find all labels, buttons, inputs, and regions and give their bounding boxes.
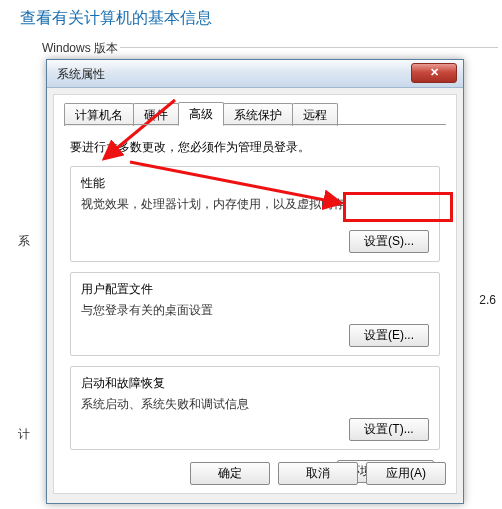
page-heading: 查看有关计算机的基本信息 <box>20 8 212 29</box>
admin-instruction: 要进行大多数更改，您必须作为管理员登录。 <box>70 139 440 156</box>
tab-underline <box>64 124 446 125</box>
close-button[interactable]: ✕ <box>411 63 457 83</box>
ok-button[interactable]: 确定 <box>190 462 270 485</box>
group-user-profiles-title: 用户配置文件 <box>81 281 429 298</box>
bg-version-fragment: 2.6 <box>479 293 496 307</box>
dialog-body: 计算机名 硬件 高级 系统保护 远程 要进行大多数更改，您必须作为管理员登录。 … <box>53 94 457 494</box>
divider <box>120 47 498 48</box>
group-startup-recovery-title: 启动和故障恢复 <box>81 375 429 392</box>
tab-remote[interactable]: 远程 <box>292 103 338 126</box>
group-performance-desc: 视觉效果，处理器计划，内存使用，以及虚拟内存 <box>81 196 429 213</box>
group-performance: 性能 视觉效果，处理器计划，内存使用，以及虚拟内存 设置(S)... <box>70 166 440 262</box>
user-profiles-settings-button[interactable]: 设置(E)... <box>349 324 429 347</box>
cancel-button[interactable]: 取消 <box>278 462 358 485</box>
apply-button[interactable]: 应用(A) <box>366 462 446 485</box>
close-icon: ✕ <box>430 66 439 78</box>
dialog-title: 系统属性 <box>57 67 105 81</box>
tab-content-advanced: 要进行大多数更改，您必须作为管理员登录。 性能 视觉效果，处理器计划，内存使用，… <box>64 125 446 489</box>
startup-recovery-settings-button[interactable]: 设置(T)... <box>349 418 429 441</box>
dialog-footer-buttons: 确定 取消 应用(A) <box>190 462 446 485</box>
group-performance-title: 性能 <box>81 175 429 192</box>
system-properties-dialog: 系统属性 ✕ 计算机名 硬件 高级 系统保护 远程 要进行大多数更改，您必须作为… <box>46 59 464 504</box>
group-user-profiles-desc: 与您登录有关的桌面设置 <box>81 302 429 319</box>
titlebar[interactable]: 系统属性 ✕ <box>47 60 463 88</box>
group-startup-recovery: 启动和故障恢复 系统启动、系统失败和调试信息 设置(T)... <box>70 366 440 450</box>
tab-computer-name[interactable]: 计算机名 <box>64 103 134 126</box>
tab-hardware[interactable]: 硬件 <box>133 103 179 126</box>
performance-settings-button[interactable]: 设置(S)... <box>349 230 429 253</box>
tab-strip: 计算机名 硬件 高级 系统保护 远程 <box>64 103 446 125</box>
windows-edition-label: Windows 版本 <box>42 40 118 57</box>
bg-text-fragment: 计 <box>18 426 30 443</box>
group-startup-recovery-desc: 系统启动、系统失败和调试信息 <box>81 396 429 413</box>
group-user-profiles: 用户配置文件 与您登录有关的桌面设置 设置(E)... <box>70 272 440 356</box>
tab-system-protection[interactable]: 系统保护 <box>223 103 293 126</box>
bg-text-fragment: 系 <box>18 233 30 250</box>
tab-advanced[interactable]: 高级 <box>178 102 224 126</box>
